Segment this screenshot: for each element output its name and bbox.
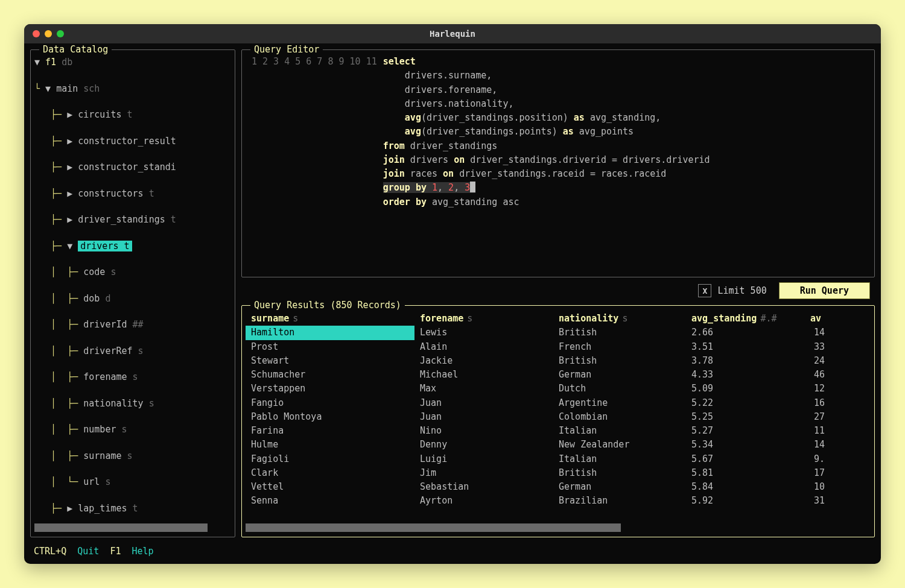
window-title: Harlequin [24,29,881,39]
results-rows[interactable]: Hamilton Lewis British 2.66 14 Prost Ala… [246,326,871,508]
table-row[interactable]: Hulme Denny New Zealander 5.34 14 [246,438,871,452]
results-header: surnames forenames nationalitys avg_stan… [246,312,871,326]
table-row[interactable]: Hamilton Lewis British 2.66 14 [246,326,871,340]
table-row[interactable]: Clark Jim British 5.81 17 [246,466,871,480]
limit-label: Limit 500 [717,285,766,296]
table-row[interactable]: Fagioli Luigi Italian 5.67 9. [246,452,871,466]
editor-code[interactable]: select drivers.surname, drivers.forename… [383,55,871,272]
window: Harlequin Data Catalog ▼ f1 db └ ▼ main … [24,24,881,564]
checkbox-icon: X [698,284,711,297]
query-editor-panel: Query Editor 1 2 3 4 5 6 7 8 9 10 11 sel… [241,49,875,277]
table-row[interactable]: Schumacher Michael German 4.33 46 [246,368,871,382]
table-row[interactable]: Fangio Juan Argentine 5.22 16 [246,396,871,410]
query-results-panel: Query Results (850 Records) surnames for… [241,305,875,537]
quit-action[interactable]: Quit [77,546,99,557]
data-catalog-title: Data Catalog [39,44,112,55]
data-catalog-panel: Data Catalog ▼ f1 db └ ▼ main sch ├─ ▶ c… [30,49,235,537]
table-row[interactable]: Farina Nino Italian 5.27 11 [246,424,871,438]
run-query-button[interactable]: Run Query [779,282,870,299]
table-row[interactable]: Pablo Montoya Juan Colombian 5.25 27 [246,410,871,424]
editor-gutter: 1 2 3 4 5 6 7 8 9 10 11 [246,55,383,272]
query-results-title: Query Results (850 Records) [250,300,405,311]
table-row[interactable]: Stewart Jackie British 3.78 24 [246,354,871,368]
table-row[interactable]: Prost Alain French 3.51 33 [246,340,871,354]
help-key: F1 [110,546,121,557]
quit-key: CTRL+Q [34,546,66,557]
query-editor-title: Query Editor [250,44,323,55]
catalog-hscrollbar[interactable] [34,523,231,532]
results-toolbar: X Limit 500 Run Query [241,282,875,300]
results-hscrollbar[interactable] [246,523,871,532]
table-row[interactable]: Verstappen Max Dutch 5.09 12 [246,382,871,396]
data-catalog-tree[interactable]: ▼ f1 db └ ▼ main sch ├─ ▶ circuits t ├─ … [34,56,231,521]
limit-checkbox[interactable]: X Limit 500 [698,284,766,297]
titlebar: Harlequin [24,24,881,43]
footer: CTRL+Q Quit F1 Help [24,541,881,564]
table-row[interactable]: Vettel Sebastian German 5.84 10 [246,480,871,494]
help-action[interactable]: Help [132,546,154,557]
table-row[interactable]: Senna Ayrton Brazilian 5.92 31 [246,494,871,508]
